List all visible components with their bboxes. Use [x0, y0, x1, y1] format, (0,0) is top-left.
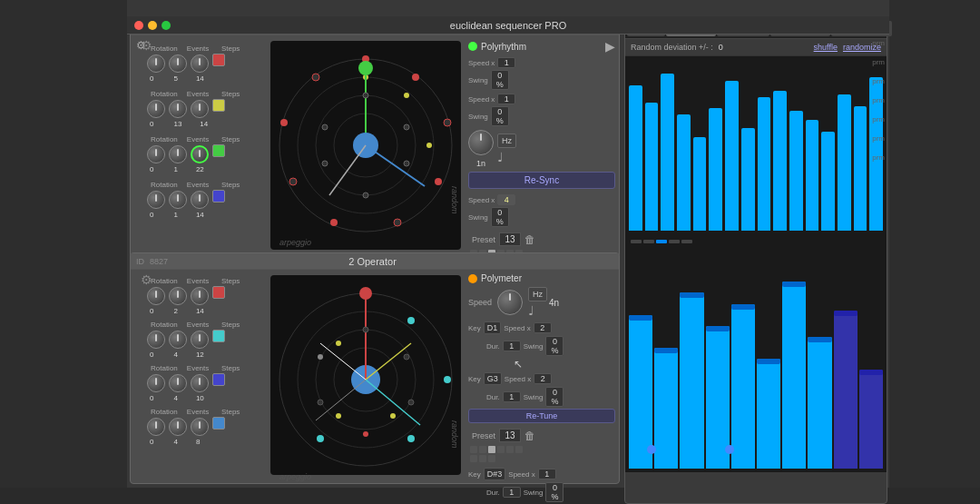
key-row-2: Key G3 Speed x 2 — [468, 372, 615, 385]
play-btn-top[interactable]: ▶ — [605, 39, 615, 54]
vel-slider-10[interactable] — [773, 91, 787, 231]
events-knob-4[interactable] — [169, 191, 187, 209]
max-btn[interactable] — [162, 21, 171, 30]
b-color-btn-1[interactable] — [212, 286, 225, 299]
b-steps-knob-1[interactable] — [191, 287, 209, 305]
rack-top-controls: ⚙ Rotation Events Steps 0 5 14 — [131, 35, 267, 262]
hz-btn-1[interactable]: Hz — [497, 133, 516, 148]
polymeter-indicator[interactable] — [468, 274, 477, 283]
vel-slider-9[interactable] — [758, 97, 771, 231]
vel-slider-13[interactable] — [821, 132, 835, 231]
events-knob-3[interactable] — [169, 145, 187, 163]
speed-k-val-1: 2 — [534, 322, 552, 333]
vel-slider-2[interactable] — [645, 103, 659, 231]
rotation-knob-2[interactable] — [147, 100, 165, 118]
vel-bar-lg-8[interactable] — [808, 337, 831, 469]
duration-area: 1n Hz ♩ — [468, 130, 615, 168]
rotation-knob-4[interactable] — [147, 191, 165, 209]
rack-bottom-content: Rotation Events Steps 0 2 14 Rotation Ev… — [131, 270, 619, 483]
color-btn-2[interactable] — [212, 99, 225, 112]
color-btn-4[interactable] — [212, 190, 225, 203]
close-btn[interactable] — [134, 21, 143, 30]
events-knob-1[interactable] — [169, 54, 187, 73]
resync-btn[interactable]: Re-Sync — [468, 172, 615, 189]
vel-slider-7[interactable] — [725, 81, 739, 231]
vel-bar-lg-2[interactable] — [654, 348, 678, 469]
trash-icon-top[interactable]: 🗑 — [524, 233, 535, 246]
vel-slider-8[interactable] — [741, 128, 755, 231]
vel-handle-1[interactable] — [629, 315, 652, 321]
steps-knob-3[interactable] — [191, 145, 209, 163]
vel-bar-lg-10[interactable] — [859, 370, 883, 469]
trash-icon-bottom[interactable]: 🗑 — [524, 430, 535, 442]
vel-bar-lg-5[interactable] — [731, 304, 755, 469]
vel-bar-lg-6[interactable] — [757, 359, 780, 469]
b-speed-knob[interactable] — [497, 290, 523, 315]
b-color-btn-4[interactable] — [212, 417, 225, 430]
vel-slider-5[interactable] — [693, 137, 707, 231]
rotation-knob-1[interactable] — [147, 54, 165, 73]
vel-handle-2[interactable] — [654, 348, 678, 353]
b-rotation-knob-3[interactable] — [147, 374, 165, 392]
vel-bar-lg-3[interactable] — [680, 292, 703, 469]
b-steps-knob-2[interactable] — [191, 331, 209, 349]
b-events-knob-1[interactable] — [169, 287, 187, 305]
prm-1: prm — [872, 39, 885, 47]
steps-knob-2[interactable] — [191, 100, 209, 118]
b-color-btn-3[interactable] — [212, 373, 225, 386]
vel-bar-lg-7[interactable] — [782, 282, 806, 469]
vel-handle-4[interactable] — [706, 326, 730, 331]
svg-point-25 — [404, 161, 409, 166]
speed-lbl-3: Speed x — [508, 470, 534, 479]
vel-slider-12[interactable] — [806, 120, 819, 231]
vel-handle-3[interactable] — [680, 292, 703, 298]
note-icon-1: ♩ — [497, 150, 516, 164]
vel-slider-11[interactable] — [789, 111, 803, 231]
shuffle-link[interactable]: shuffle — [814, 43, 838, 52]
b-rotation-knob-1[interactable] — [147, 287, 165, 305]
vel-handle-7[interactable] — [782, 282, 806, 287]
steps-knob-4[interactable] — [191, 191, 209, 209]
vel-handle-6[interactable] — [757, 359, 780, 364]
retune-btn[interactable]: Re-Tune — [468, 409, 615, 423]
swing-label-r3: Swing — [468, 213, 488, 222]
color-btn-1[interactable] — [212, 54, 225, 66]
b-events-knob-2[interactable] — [169, 331, 187, 349]
min-btn[interactable] — [148, 21, 157, 30]
vel-handle-5[interactable] — [731, 304, 755, 310]
prm-labels: prm prm prm prm prm prm prm — [872, 39, 887, 162]
b-steps-knob-4[interactable] — [191, 418, 209, 436]
vel-slider-4[interactable] — [677, 114, 691, 231]
svg-point-8 — [394, 219, 401, 226]
vel-slider-1[interactable] — [629, 85, 642, 231]
svg-point-26 — [363, 193, 368, 198]
vel-slider-15[interactable] — [854, 106, 867, 231]
vel-handle-9[interactable] — [834, 311, 858, 316]
vel-slider-6[interactable] — [709, 108, 722, 231]
events-knob-2[interactable] — [169, 100, 187, 118]
vel-handle-8[interactable] — [808, 337, 831, 342]
b-steps-label-3: Steps — [221, 364, 247, 372]
b-hz-btn[interactable]: Hz — [528, 287, 547, 301]
rack-bottom-gear[interactable]: ⚙ — [141, 272, 152, 287]
b-rotation-knob-2[interactable] — [147, 331, 165, 349]
vel-slider-3[interactable] — [661, 74, 674, 231]
polyrhythm-indicator[interactable] — [468, 42, 477, 51]
vel-slider-14[interactable] — [838, 94, 851, 231]
ctrl-header-1: Rotation Events Steps — [134, 43, 263, 54]
b-steps-knob-3[interactable] — [191, 374, 209, 392]
color-btn-3[interactable] — [212, 144, 225, 157]
velocity-main-area — [625, 245, 887, 472]
duration-btns: Hz ♩ — [497, 133, 516, 164]
duration-knob[interactable] — [468, 130, 494, 155]
b-events-knob-3[interactable] — [169, 374, 187, 392]
vel-handle-10[interactable] — [859, 370, 883, 375]
rotation-knob-3[interactable] — [147, 145, 165, 163]
vel-bar-lg-9[interactable] — [834, 311, 858, 469]
steps-knob-1[interactable] — [191, 54, 209, 73]
b-color-btn-2[interactable] — [212, 330, 225, 342]
b-events-knob-4[interactable] — [169, 418, 187, 436]
b-rotation-knob-4[interactable] — [147, 418, 165, 436]
rack-top-gear[interactable]: ⚙ — [141, 38, 152, 53]
b-ctrl-header-4: Rotation Events Steps — [134, 406, 263, 418]
